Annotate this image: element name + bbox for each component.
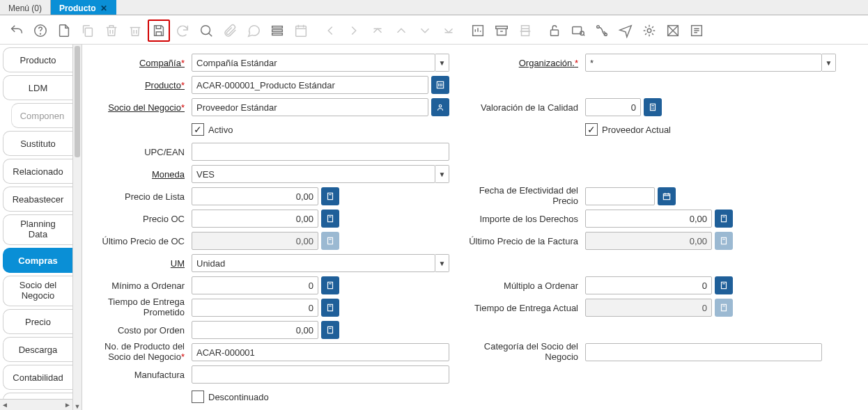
precio-oc-input[interactable] (192, 210, 318, 228)
undo-button[interactable] (6, 19, 28, 42)
categoria-socio-input[interactable] (585, 343, 822, 361)
organizacion-select[interactable]: * (585, 54, 822, 72)
chevron-down-icon[interactable]: ▼ (435, 254, 449, 272)
sidebar-tab-planning[interactable]: PlanningData (3, 214, 72, 245)
svg-rect-11 (551, 30, 559, 36)
product-info-button[interactable] (662, 19, 684, 42)
nav-next-button (414, 19, 436, 42)
chat-button (242, 19, 265, 42)
compania-select[interactable]: Compañía Estándar (192, 54, 435, 72)
svg-rect-10 (522, 31, 529, 35)
scroll-down-icon[interactable]: ▼ (73, 403, 82, 410)
calc-button-disabled (321, 232, 339, 250)
label-compania[interactable]: Compañía* (91, 58, 192, 68)
sidebar-tab-descarga[interactable]: Descarga (3, 337, 72, 362)
scroll-left-icon[interactable]: ◄ (0, 401, 10, 409)
report-button[interactable] (467, 19, 489, 42)
calc-button[interactable] (321, 299, 339, 317)
label-socio-negocio[interactable]: Socio del Negocio* (91, 102, 192, 113)
tiempo-entrega-prom-input[interactable] (192, 299, 318, 317)
valoracion-calidad-input[interactable] (585, 98, 641, 116)
side-tab-scrollbar[interactable]: ◄ ► (0, 399, 72, 410)
moneda-select[interactable]: VES (192, 165, 435, 183)
archive-button[interactable] (490, 19, 513, 42)
form-scrollbar[interactable]: ▲ ▼ (72, 45, 82, 410)
nav-last-button (437, 19, 460, 42)
socio-negocio-input[interactable] (192, 98, 428, 116)
calc-button[interactable] (715, 210, 733, 228)
help-button[interactable] (29, 19, 52, 42)
svg-point-3 (201, 25, 210, 34)
history-button (290, 19, 312, 42)
sidebar-tab-ldm[interactable]: LDM (3, 75, 72, 100)
producto-input[interactable] (192, 76, 428, 94)
sidebar-tab-sustituto[interactable]: Sustituto (3, 131, 72, 156)
upc-ean-input[interactable] (192, 143, 449, 161)
calc-button[interactable] (644, 98, 662, 116)
manufactura-input[interactable] (192, 365, 449, 384)
tiempo-entrega-actual-input (585, 299, 712, 317)
label-producto[interactable]: Producto* (91, 80, 192, 90)
label-ultimo-precio-oc: Último Precio de OC (91, 236, 192, 246)
label-precio-oc: Precio OC (91, 214, 192, 224)
chevron-down-icon[interactable]: ▼ (435, 54, 449, 72)
label-moneda[interactable]: Moneda (91, 169, 192, 180)
no-producto-socio-input[interactable] (192, 343, 449, 361)
minimo-ordenar-input[interactable] (192, 276, 318, 294)
svg-rect-28 (328, 282, 333, 288)
tab-menu[interactable]: Menú (0) (0, 0, 51, 15)
sidebar-tab-contab[interactable]: Contabilidad (3, 365, 72, 390)
calc-button[interactable] (321, 321, 339, 339)
precio-lista-input[interactable] (192, 187, 318, 205)
scroll-right-icon[interactable]: ► (63, 401, 72, 409)
chevron-down-icon[interactable]: ▼ (822, 54, 836, 72)
window-tab-bar: Menú (0) Producto ✕ (0, 0, 868, 15)
label-minimo-ordenar: Mínimo a Ordenar (91, 281, 192, 291)
sidebar-tab-socio[interactable]: Socio delNegocio (3, 276, 72, 306)
calc-button[interactable] (321, 210, 339, 228)
proveedor-actual-checkbox[interactable] (585, 123, 598, 136)
close-icon[interactable]: ✕ (100, 3, 107, 13)
svg-rect-24 (328, 215, 333, 221)
sidebar-tab-producto[interactable]: Producto (3, 47, 72, 72)
copy-button (77, 19, 99, 42)
svg-rect-6 (272, 33, 283, 35)
um-select[interactable]: Unidad (192, 254, 435, 272)
costo-por-orden-input[interactable] (192, 321, 318, 339)
socio-lookup-button[interactable] (431, 98, 449, 116)
label-organizacion[interactable]: Organización.* (467, 58, 585, 68)
calc-button[interactable] (715, 276, 733, 294)
request-button[interactable] (614, 19, 637, 42)
nav-parent-button (319, 19, 341, 42)
multiplo-ordenar-input[interactable] (585, 276, 712, 294)
tab-producto[interactable]: Producto ✕ (51, 0, 116, 15)
workflow-button[interactable] (591, 19, 613, 42)
label-manufactura: Manufactura (91, 370, 192, 380)
activo-checkbox[interactable] (192, 123, 204, 136)
exit-button[interactable] (685, 19, 708, 42)
svg-rect-26 (328, 237, 333, 244)
new-button[interactable] (53, 19, 75, 42)
sidebar-tab-relacionado[interactable]: Relacionado (3, 159, 72, 184)
process-button[interactable] (638, 19, 660, 42)
fecha-efectividad-input[interactable] (585, 187, 655, 205)
scrollbar-thumb[interactable] (75, 46, 80, 157)
producto-lookup-button[interactable] (431, 76, 449, 94)
calendar-button[interactable] (658, 187, 676, 205)
tab-menu-label: Menú (0) (8, 3, 42, 13)
find-button[interactable] (195, 19, 217, 42)
lock-button[interactable] (543, 19, 566, 42)
toggle-grid-button[interactable] (266, 19, 288, 42)
calc-button[interactable] (321, 187, 339, 205)
save-button[interactable] (148, 19, 170, 42)
sidebar-tab-reabastecer[interactable]: Reabastecer (3, 187, 72, 212)
calc-button[interactable] (321, 276, 339, 294)
descontinuado-checkbox[interactable] (192, 391, 204, 403)
nav-detail-button (343, 19, 365, 42)
sidebar-tab-precio[interactable]: Precio (3, 309, 72, 334)
importe-derechos-input[interactable] (585, 210, 712, 228)
label-um[interactable]: UM (91, 258, 192, 269)
zoom-across-button[interactable] (567, 19, 589, 42)
chevron-down-icon[interactable]: ▼ (435, 165, 449, 183)
sidebar-tab-compras[interactable]: Compras (3, 248, 72, 273)
